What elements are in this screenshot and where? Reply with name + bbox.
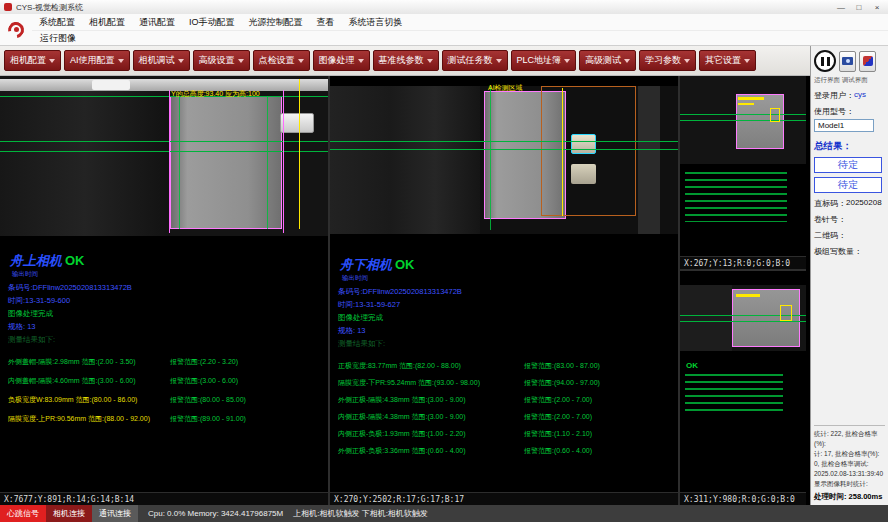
- menu-camera-config[interactable]: 相机配置: [82, 16, 132, 29]
- mini-label: [736, 294, 760, 297]
- maximize-button[interactable]: □: [850, 1, 868, 13]
- chevron-down-icon: [298, 59, 304, 63]
- camera-image-upper[interactable]: Y的总高度:93.40 应为高:100: [0, 76, 328, 236]
- pixel-coordinates-preview-upper: X:267;Y:13;R:0;G:0;B:0: [680, 256, 806, 269]
- chevron-down-icon: [624, 59, 630, 63]
- app-icon: [4, 3, 12, 11]
- status-bar: 心跳信号 相机连接 通讯连接 Cpu: 0.0% Memory: 3424.41…: [0, 505, 888, 522]
- image-background: [0, 91, 170, 236]
- toolbar-other-settings[interactable]: 其它设置: [699, 50, 756, 71]
- measure-line: [330, 149, 678, 150]
- menu-system-config[interactable]: 系统配置: [32, 16, 82, 29]
- spec-note: 测量结果如下:: [8, 335, 328, 345]
- image-background: [680, 285, 732, 351]
- measurement-row: 正极宽度:83.77mm 范围:(82.00 - 88.00)报警范围:(83.…: [338, 361, 678, 371]
- roi-line: [169, 90, 170, 233]
- processing-time: 处理时间: 258.00ms: [814, 491, 885, 503]
- toolbar-advanced-test[interactable]: 高级测试: [579, 50, 636, 71]
- chevron-down-icon: [744, 59, 750, 63]
- stat-line: 计: 17, 批检合格率(%):: [814, 449, 885, 459]
- toolbar-ai-usage-config[interactable]: AI使用配置: [64, 50, 130, 71]
- toolbar-spot-check[interactable]: 点检设置: [253, 50, 310, 71]
- toolbar-label: 基准线参数: [379, 54, 424, 67]
- chevron-down-icon: [358, 59, 364, 63]
- camera-image-lower[interactable]: AI检测区域: [330, 76, 678, 234]
- measurement-row: 隔膜宽度-下PR:95.24mm 范围:(93.00 - 98.00)报警范围:…: [338, 378, 678, 388]
- spec-line: 规格: 13: [8, 322, 328, 332]
- login-user-row: 登录用户： cys: [814, 90, 885, 101]
- mode-button[interactable]: [859, 51, 876, 72]
- total-result-label: 总结果：: [814, 140, 885, 153]
- toolbar-label: PLC地址簿: [517, 54, 562, 67]
- menu-comm-config[interactable]: 通讯配置: [132, 16, 182, 29]
- heartbeat-status-badge: 心跳信号: [0, 505, 46, 522]
- product-region: [170, 96, 282, 229]
- ai-region-label: AI检测区域: [488, 83, 523, 93]
- menu-view[interactable]: 查看: [310, 16, 342, 29]
- logo-dot-icon: [14, 27, 19, 32]
- field-value: 20250208: [846, 198, 882, 209]
- submenu-run-image[interactable]: 运行图像: [40, 32, 76, 45]
- mini-label: [738, 103, 754, 105]
- submenu-row: 运行图像: [32, 30, 888, 45]
- alarm-range: 报警范围:(3.00 - 6.00): [170, 376, 238, 386]
- toolbar-camera-config[interactable]: 相机配置: [4, 50, 61, 71]
- menu-language-switch[interactable]: 系统语言切换: [342, 16, 410, 29]
- measure-line: [330, 141, 678, 142]
- measurement-value: 负极宽度W:83.09mm 范围:(80.00 - 86.00): [8, 395, 170, 405]
- result-overlay-lower: 舟下相机 OK 输出时间 条码号:DFFlinw2025020813313472…: [330, 234, 678, 492]
- login-user-label: 登录用户：: [814, 90, 854, 101]
- toolbar-image-processing[interactable]: 图像处理: [313, 50, 370, 71]
- toolbar-plc-address[interactable]: PLC地址簿: [511, 50, 577, 71]
- total-result-upper: 待定: [814, 157, 882, 173]
- trigger-mode-status: 上相机:相机软触发 下相机:相机软触发: [293, 508, 428, 519]
- info-panel: 运行界面 调试界面 登录用户： cys 使用型号： Model1 总结果： 待定…: [810, 46, 888, 505]
- model-row: 使用型号：: [814, 106, 885, 117]
- chevron-down-icon: [178, 59, 184, 63]
- camera-connection-badge: 相机连接: [46, 505, 92, 522]
- camera-view-upper: Y的总高度:93.40 应为高:100 舟上相机 OK 输出时间 条码号:DFF…: [0, 76, 330, 505]
- model-select[interactable]: Model1: [814, 119, 874, 132]
- minimize-button[interactable]: —: [832, 1, 850, 13]
- measurement-value: 内侧正极-隔膜:4.38mm 范围:(3.00 - 9.00): [338, 412, 524, 422]
- toolbar-label: 高级测试: [585, 54, 621, 67]
- toolbar-baseline-params[interactable]: 基准线参数: [373, 50, 439, 71]
- toolbar-label: AI使用配置: [70, 54, 115, 67]
- toolbar-test-tasks[interactable]: 测试任务数: [442, 50, 508, 71]
- preview-column: X:267;Y:13;R:0;G:0;B:0 OK: [680, 76, 806, 505]
- field-label: 直标码：: [814, 198, 846, 209]
- measure-line: [680, 114, 806, 115]
- chevron-down-icon: [427, 59, 433, 63]
- measurement-value: 外侧正极-负极:3.36mm 范围:(0.60 - 4.00): [338, 446, 524, 456]
- panel-tabs[interactable]: 运行界面 调试界面: [814, 76, 885, 85]
- chevron-down-icon: [496, 59, 502, 63]
- preview-image-upper[interactable]: [680, 76, 806, 164]
- menu-io-manual[interactable]: IO手动配置: [182, 16, 242, 29]
- total-result-lower: 待定: [814, 177, 882, 193]
- toolbar-learning-params[interactable]: 学习参数: [639, 50, 696, 71]
- measurement-row: 负极宽度W:83.09mm 范围:(80.00 - 86.00)报警范围:(80…: [8, 395, 328, 405]
- measure-line-vertical: [267, 96, 268, 229]
- measurement-value: 外侧盖帽-隔膜:2.98mm 范围:(2.00 - 3.50): [8, 357, 170, 367]
- login-user-value: cys: [854, 90, 866, 101]
- camera-icon: [842, 57, 853, 65]
- preview-image-lower[interactable]: [680, 285, 806, 351]
- toolbar-advanced-settings[interactable]: 高级设置: [193, 50, 250, 71]
- close-button[interactable]: ×: [868, 1, 886, 13]
- camera-name: 舟上相机: [10, 252, 62, 270]
- toolbar-label: 其它设置: [705, 54, 741, 67]
- menu-light-control[interactable]: 光源控制配置: [242, 16, 310, 29]
- toolbar-camera-debug[interactable]: 相机调试: [133, 50, 190, 71]
- height-line: [562, 88, 563, 216]
- connector-blob: [280, 113, 314, 133]
- window-title: CYS-视觉检测系统: [16, 2, 83, 13]
- alarm-range: 报警范围:(89.00 - 91.00): [170, 414, 246, 424]
- height-banner: Y的总高度:93.40 应为高:100: [171, 89, 260, 99]
- camera-name: 舟下相机: [340, 256, 392, 274]
- measurement-row: 隔膜宽度-上PR:90.56mm 范围:(88.00 - 92.00)报警范围:…: [8, 414, 328, 424]
- alarm-range: 报警范围:(83.00 - 87.00): [524, 361, 600, 371]
- field-label: 卷针号：: [814, 214, 846, 225]
- image-background: [330, 86, 480, 234]
- capture-button[interactable]: [839, 51, 856, 72]
- pause-button[interactable]: [814, 50, 836, 72]
